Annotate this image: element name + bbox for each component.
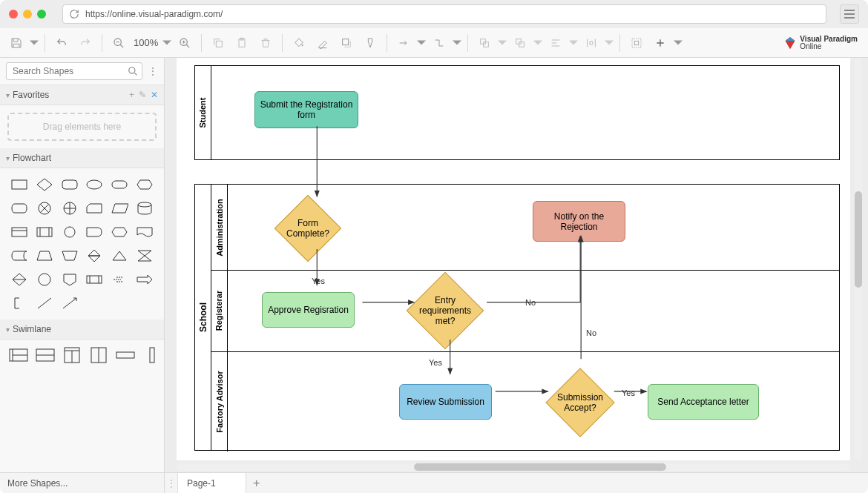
fit-button[interactable] (626, 33, 647, 53)
to-front-button[interactable] (474, 33, 495, 53)
zoom-level[interactable]: 100% (132, 37, 160, 48)
shape-hsingle[interactable] (116, 347, 135, 365)
favorites-panel-header[interactable]: ▾ Favorites + ✎ ✕ (0, 85, 164, 105)
shape-doc[interactable] (134, 223, 155, 241)
delete-button[interactable] (255, 33, 276, 53)
shape-offpage[interactable] (59, 271, 80, 288)
shape-data[interactable] (109, 199, 130, 217)
redo-button[interactable] (75, 33, 96, 53)
search-shapes-input[interactable] (6, 62, 142, 80)
zoom-in-button[interactable] (174, 33, 195, 53)
order-dd2[interactable] (533, 33, 542, 53)
horizontal-scrollbar[interactable] (177, 463, 850, 471)
shape-sort[interactable] (85, 247, 105, 265)
close-window-icon[interactable] (9, 10, 18, 19)
shape-arrow-right[interactable] (134, 271, 155, 288)
close-favorites-icon[interactable]: ✕ (151, 90, 158, 100)
shape-terminator[interactable] (109, 176, 130, 193)
hscroll-thumb[interactable] (414, 463, 666, 471)
shape-vsingle[interactable] (142, 347, 162, 365)
add-dd[interactable] (674, 33, 683, 53)
shape-delay[interactable] (85, 223, 105, 241)
vertical-scrollbar[interactable] (855, 58, 862, 460)
minimize-window-icon[interactable] (23, 10, 32, 19)
connector-elbow-dd[interactable] (453, 33, 461, 53)
address-bar[interactable]: https://online.visual-paradigm.com/ (62, 4, 826, 24)
shape-collate[interactable] (134, 247, 155, 265)
search-menu-icon[interactable]: ⋮ (147, 66, 159, 76)
undo-button[interactable] (51, 33, 72, 53)
shape-stored[interactable] (9, 247, 30, 265)
shape-hexagon[interactable] (134, 176, 155, 193)
connector-dd[interactable] (417, 33, 426, 53)
connector-straight-button[interactable] (393, 33, 414, 53)
shape-arrow-line[interactable] (59, 294, 80, 312)
shape-or[interactable] (59, 199, 80, 217)
flowchart-panel-header[interactable]: ▾ Flowchart (0, 148, 164, 168)
fill-button[interactable] (289, 33, 309, 53)
node-notify-rejection[interactable]: Notify on the Rejection (533, 201, 625, 242)
favorites-dropzone[interactable]: Drag elements here (7, 113, 157, 141)
shadow-button[interactable] (336, 33, 357, 53)
distribute-dd[interactable] (605, 33, 614, 53)
zoom-out-button[interactable] (108, 33, 129, 53)
shape-manual[interactable] (59, 247, 80, 265)
shape-loop[interactable] (109, 223, 130, 241)
shape-ellipse[interactable] (85, 176, 105, 193)
swimlane-panel-header[interactable]: ▾ Swimlane (0, 320, 164, 340)
shape-link[interactable] (109, 271, 130, 288)
edit-favorite-icon[interactable]: ✎ (139, 90, 146, 100)
shape-rounded-rect[interactable] (59, 176, 80, 193)
add-page-button[interactable]: + (246, 477, 267, 490)
shape-diamond[interactable] (34, 176, 55, 193)
shape-hlane[interactable] (36, 347, 55, 365)
diagram-paper[interactable]: Student School Administration Registerar… (177, 58, 850, 460)
brand-logo[interactable]: Visual ParadigmOnline (783, 36, 862, 50)
save-dropdown[interactable] (30, 33, 39, 53)
shape-rectangle[interactable] (9, 176, 30, 193)
shape-tri[interactable] (109, 247, 130, 265)
shape-subproc[interactable] (34, 223, 55, 241)
shape-display[interactable] (9, 199, 30, 217)
shape-connector[interactable] (34, 271, 55, 288)
refresh-icon[interactable] (69, 9, 79, 19)
distribute-button[interactable] (581, 33, 602, 53)
node-send-acceptance[interactable]: Send Acceptance letter (648, 384, 759, 420)
connector-elbow-button[interactable] (429, 33, 450, 53)
shape-circle[interactable] (59, 223, 80, 241)
shape-hpool[interactable] (9, 347, 28, 365)
add-button[interactable] (650, 33, 671, 53)
shape-vlane[interactable] (89, 347, 108, 365)
vscroll-thumb[interactable] (855, 191, 862, 288)
align-dd[interactable] (569, 33, 578, 53)
shape-proc3[interactable] (85, 271, 105, 288)
tab-drag-handle[interactable]: ⋮ (165, 473, 178, 493)
canvas-area[interactable]: Student School Administration Registerar… (165, 58, 868, 472)
more-shapes-button[interactable]: More Shapes... (0, 473, 165, 493)
shape-trap[interactable] (34, 247, 55, 265)
align-button[interactable] (545, 33, 566, 53)
format-painter-button[interactable] (360, 33, 381, 53)
node-approve-registration[interactable]: Approve Regisration (262, 292, 355, 328)
shape-summing[interactable] (34, 199, 55, 217)
save-button[interactable] (6, 33, 27, 53)
paste-button[interactable] (231, 33, 252, 53)
copy-button[interactable] (208, 33, 228, 53)
tab-page-1[interactable]: Page-1 (178, 473, 246, 493)
to-back-button[interactable] (510, 33, 530, 53)
shape-process2[interactable] (9, 223, 30, 241)
stroke-color-button[interactable] (312, 33, 333, 53)
zoom-dropdown[interactable] (162, 33, 171, 53)
search-icon[interactable] (128, 66, 138, 76)
node-submit-registration[interactable]: Submit the Registration form (254, 91, 358, 128)
shape-annotation[interactable] (9, 294, 30, 312)
shape-database[interactable] (134, 199, 155, 217)
browser-menu-button[interactable] (840, 4, 859, 24)
shape-card[interactable] (85, 199, 105, 217)
node-review-submission[interactable]: Review Submission (399, 384, 492, 420)
shape-line[interactable] (34, 294, 55, 312)
order-dd[interactable] (498, 33, 507, 53)
add-favorite-icon[interactable]: + (129, 90, 134, 100)
shape-vpool[interactable] (62, 347, 82, 365)
shape-merge[interactable] (9, 271, 30, 288)
